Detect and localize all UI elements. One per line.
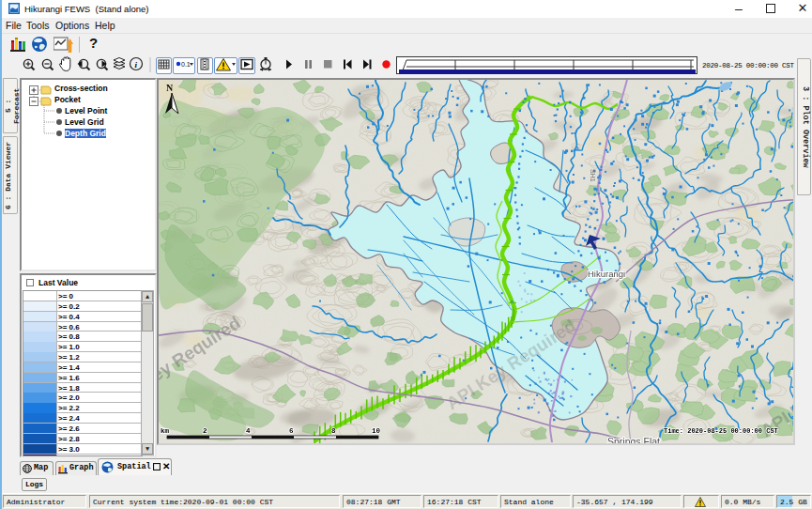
svg-text:Time: 2020-08-25 00:00:00 CST: Time: 2020-08-25 00:00:00 CST xyxy=(664,427,778,435)
svg-text:4: 4 xyxy=(246,427,251,435)
svg-text:Springs Flat: Springs Flat xyxy=(607,436,660,443)
svg-text:10: 10 xyxy=(372,427,381,435)
svg-text:Hikurangi: Hikurangi xyxy=(588,269,625,279)
svg-text:2: 2 xyxy=(203,427,207,435)
svg-text:0.1: 0.1 xyxy=(181,61,191,68)
svg-text:SH1: SH1 xyxy=(590,169,596,182)
svg-text:km: km xyxy=(161,427,170,435)
svg-text:6: 6 xyxy=(289,427,294,435)
svg-text:8: 8 xyxy=(331,427,336,435)
svg-text:N: N xyxy=(166,83,174,93)
